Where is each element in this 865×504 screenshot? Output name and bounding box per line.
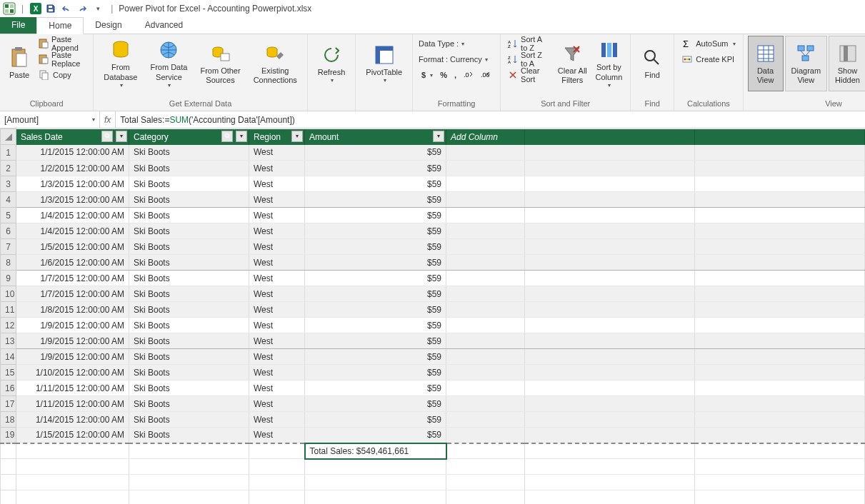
- table-row[interactable]: 61/4/2015 12:00:00 AMSki BootsWest$59: [1, 223, 865, 239]
- fx-button[interactable]: fx: [100, 111, 116, 128]
- cell-category[interactable]: Ski Boots: [129, 365, 249, 380]
- table-row[interactable]: 51/4/2015 12:00:00 AMSki BootsWest$59: [1, 208, 865, 223]
- decrease-decimal-button[interactable]: .00: [478, 67, 494, 83]
- cell-blank[interactable]: [525, 380, 695, 396]
- table-row[interactable]: 101/7/2015 12:00:00 AMSki BootsWest$59: [1, 286, 865, 302]
- col-header-add[interactable]: Add Column: [446, 129, 525, 145]
- paste-button[interactable]: Paste: [4, 36, 34, 91]
- table-row[interactable]: 91/7/2015 12:00:00 AMSki BootsWest$59: [1, 271, 865, 286]
- cell-category[interactable]: Ski Boots: [129, 428, 249, 443]
- cell-amount[interactable]: $59: [305, 161, 446, 176]
- cell-amount[interactable]: $59: [305, 271, 446, 286]
- row-number[interactable]: 7: [1, 239, 16, 255]
- paste-replace-button[interactable]: Paste Replace: [36, 51, 89, 67]
- cell-sales-date[interactable]: 1/8/2015 12:00:00 AM: [16, 302, 129, 318]
- cell-sales-date[interactable]: 1/9/2015 12:00:00 AM: [16, 333, 129, 349]
- cell-amount[interactable]: $59: [305, 208, 446, 223]
- cell-region[interactable]: West: [249, 239, 305, 255]
- row-number[interactable]: 1: [1, 145, 16, 161]
- cell-category[interactable]: Ski Boots: [129, 208, 249, 223]
- row-number[interactable]: 6: [1, 223, 16, 239]
- filter-dropdown-icon[interactable]: ▾: [291, 131, 303, 142]
- cell-blank[interactable]: [695, 380, 865, 396]
- cell-sales-date[interactable]: 1/7/2015 12:00:00 AM: [16, 271, 129, 286]
- table-row[interactable]: 131/9/2015 12:00:00 AMSki BootsWest$59: [1, 333, 865, 349]
- redo-button[interactable]: [75, 1, 89, 16]
- datatype-dropdown[interactable]: ▾: [461, 41, 464, 47]
- cell-amount[interactable]: $59: [305, 349, 446, 365]
- cell-blank[interactable]: [695, 302, 865, 318]
- cell-blank[interactable]: [695, 208, 865, 223]
- table-row[interactable]: 21/2/2015 12:00:00 AMSki BootsWest$59: [1, 161, 865, 176]
- row-number[interactable]: 8: [1, 255, 16, 271]
- undo-button[interactable]: [59, 1, 74, 16]
- filter-dropdown-icon[interactable]: ▾: [236, 131, 247, 142]
- calc-cell[interactable]: [129, 443, 249, 459]
- cell-amount[interactable]: $59: [305, 396, 446, 412]
- cell-category[interactable]: Ski Boots: [129, 396, 249, 412]
- cell-amount[interactable]: $59: [305, 223, 446, 239]
- cell-blank[interactable]: [695, 365, 865, 380]
- cell-region[interactable]: West: [249, 365, 305, 380]
- col-header-sales-date[interactable]: Sales Date⧉▾: [16, 129, 129, 145]
- cell-category[interactable]: Ski Boots: [129, 223, 249, 239]
- col-header-amount[interactable]: Amount▾: [305, 129, 446, 145]
- cell-blank[interactable]: [446, 428, 525, 443]
- cell-blank[interactable]: [525, 271, 695, 286]
- cell-blank[interactable]: [446, 255, 525, 271]
- qat-dropdown[interactable]: ▾: [91, 1, 105, 16]
- clear-filters-button[interactable]: Clear All Filters: [554, 36, 590, 91]
- existing-conn-button[interactable]: Existing Connections: [248, 36, 303, 91]
- cell-category[interactable]: Ski Boots: [129, 255, 249, 271]
- autosum-button[interactable]: ΣAutoSum▾: [679, 36, 738, 51]
- cell-category[interactable]: Ski Boots: [129, 333, 249, 349]
- cell-blank[interactable]: [525, 161, 695, 176]
- cell-blank[interactable]: [695, 428, 865, 443]
- cell-region[interactable]: West: [249, 208, 305, 223]
- row-number[interactable]: 2: [1, 161, 16, 176]
- cell-sales-date[interactable]: 1/9/2015 12:00:00 AM: [16, 349, 129, 365]
- paste-append-button[interactable]: Paste Append: [36, 36, 89, 51]
- cell-blank[interactable]: [446, 208, 525, 223]
- cell-sales-date[interactable]: 1/4/2015 12:00:00 AM: [16, 208, 129, 223]
- row-number[interactable]: 15: [1, 365, 16, 380]
- cell-region[interactable]: West: [249, 223, 305, 239]
- cell-blank[interactable]: [525, 286, 695, 302]
- cell-sales-date[interactable]: 1/2/2015 12:00:00 AM: [16, 161, 129, 176]
- calc-cell[interactable]: [695, 443, 865, 459]
- cell-blank[interactable]: [525, 239, 695, 255]
- cell-blank[interactable]: [695, 176, 865, 192]
- cell-category[interactable]: Ski Boots: [129, 145, 249, 161]
- table-row[interactable]: 71/5/2015 12:00:00 AMSki BootsWest$59: [1, 239, 865, 255]
- tab-file[interactable]: File: [0, 17, 36, 34]
- cell-region[interactable]: West: [249, 333, 305, 349]
- tab-home[interactable]: Home: [36, 17, 84, 34]
- cell-blank[interactable]: [695, 349, 865, 365]
- cell-blank[interactable]: [525, 428, 695, 443]
- relationship-icon[interactable]: ⧉: [101, 131, 113, 142]
- cell-blank[interactable]: [446, 286, 525, 302]
- cell-sales-date[interactable]: 1/4/2015 12:00:00 AM: [16, 223, 129, 239]
- sort-az-button[interactable]: AZSort A to Z: [505, 36, 553, 51]
- cell-amount[interactable]: $59: [305, 412, 446, 428]
- data-view-button[interactable]: Data View: [748, 36, 784, 91]
- row-number[interactable]: 11: [1, 302, 16, 318]
- cell-category[interactable]: Ski Boots: [129, 349, 249, 365]
- table-row[interactable]: 81/6/2015 12:00:00 AMSki BootsWest$59: [1, 255, 865, 271]
- cell-amount[interactable]: $59: [305, 239, 446, 255]
- table-row[interactable]: 181/14/2015 12:00:00 AMSki BootsWest$59: [1, 412, 865, 428]
- row-number[interactable]: 5: [1, 208, 16, 223]
- cell-amount[interactable]: $59: [305, 318, 446, 333]
- cell-blank[interactable]: [695, 412, 865, 428]
- cell-blank[interactable]: [446, 192, 525, 208]
- table-row[interactable]: 171/11/2015 12:00:00 AMSki BootsWest$59: [1, 396, 865, 412]
- tab-design[interactable]: Design: [84, 17, 133, 34]
- row-number[interactable]: 10: [1, 286, 16, 302]
- row-number[interactable]: 9: [1, 271, 16, 286]
- cell-sales-date[interactable]: 1/11/2015 12:00:00 AM: [16, 380, 129, 396]
- cell-blank[interactable]: [446, 412, 525, 428]
- clear-sort-button[interactable]: Clear Sort: [505, 67, 553, 83]
- table-row[interactable]: 41/3/2015 12:00:00 AMSki BootsWest$59: [1, 192, 865, 208]
- cell-blank[interactable]: [525, 365, 695, 380]
- cell-blank[interactable]: [446, 396, 525, 412]
